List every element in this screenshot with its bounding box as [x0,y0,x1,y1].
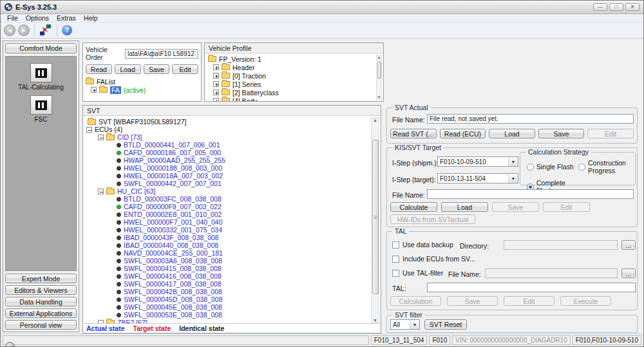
chevron-down-icon[interactable]: ▼ [508,174,518,183]
svt-actual-file-input[interactable] [427,114,634,124]
tree-row[interactable]: SWFL_00000416_008_038_008 [84,272,370,280]
sidebar-mode-button[interactable]: Expert Mode [5,274,77,283]
svt-actual-action-button[interactable]: Read SVT (... [390,129,437,138]
plus-expander-icon[interactable] [213,98,219,101]
plus-expander-icon[interactable] [213,73,219,79]
tree-row[interactable]: HU_CIC [63] [84,187,370,195]
menu-item[interactable]: Extras [53,14,80,23]
svt-actual-action-button[interactable]: Read (ECU) [440,129,486,138]
vehicle-order-action-button[interactable]: Edit [172,64,198,74]
kis-action-button[interactable]: Load [441,202,488,212]
checkbox-icon[interactable] [392,270,399,277]
radio-icon[interactable] [527,164,534,171]
tree-row[interactable]: SVT [WBAFP31050L589127] [84,118,370,126]
maximize-button[interactable]: □ [609,3,623,11]
menu-item[interactable]: Help [80,14,102,23]
svt-scrollbar[interactable]: ▲ ▼ [371,117,379,323]
tree-row[interactable]: BTLD_000003FC_008_038_008 [84,195,370,203]
vehicle-order-action-button[interactable]: Load [115,64,141,74]
scroll-down-icon[interactable]: ▼ [372,318,379,323]
profile-tree-row[interactable]: [0] Traction [207,71,375,80]
scroll-down-icon[interactable]: ▼ [377,95,381,99]
sidebar-mode-button[interactable]: External Applications [5,308,77,318]
radio-option[interactable]: Single Flash [527,159,578,174]
tal-calculating-tool[interactable]: TAL-Calculating [18,63,63,91]
back-icon[interactable]: ◀ [4,24,15,36]
tree-row[interactable]: ECUs (4) [84,126,370,133]
profile-tree-row[interactable]: [2] Batteryclass [207,88,375,97]
tree-row[interactable]: NAVD_000004CE_255_000_181 [84,249,370,257]
use-tal-filter-checkbox[interactable]: Use TAL-filter [392,269,443,277]
tree-row[interactable]: CID [73] [84,133,370,141]
minus-expander-icon[interactable] [86,127,92,133]
tal-filter-browse-button[interactable]: ... [621,268,636,278]
checkbox-icon[interactable] [392,241,399,249]
svt-filter-combo[interactable]: All ▼ [390,319,420,330]
kis-action-button[interactable]: Calculate [390,202,437,212]
directory-browse-button[interactable]: ... [621,240,636,250]
plus-expander-icon[interactable] [213,89,219,95]
vehicle-order-action-button[interactable]: Read [86,64,112,74]
radio-icon[interactable] [578,164,585,171]
tree-row[interactable]: HWAP_00000AAD_255_255_255 [84,156,370,164]
tree-row[interactable]: HWEL_0000018A_007_003_002 [84,172,370,180]
svt-reset-button[interactable]: SVT Reset [424,319,467,330]
sidebar-mode-button[interactable]: Editors & Viewers [5,285,77,295]
menu-item[interactable]: Options [22,14,53,23]
tree-row[interactable]: IBAD_00000440_008_038_008 [84,241,370,249]
vehicle-profile-scrollbar[interactable]: ▲ ▼ [376,55,382,100]
falist-row[interactable]: FAList [86,77,198,86]
chevron-down-icon[interactable]: ▼ [508,157,518,166]
profile-tree-row[interactable]: [1] Series [207,80,375,88]
svt-actual-action-button[interactable]: Load [489,129,535,138]
help-icon[interactable]: ? [62,25,72,35]
checkbox-icon[interactable] [392,256,399,263]
connect-icon[interactable]: ✕ [39,24,52,37]
kis-file-name-input[interactable] [427,189,634,199]
scroll-up-icon[interactable]: ▲ [377,55,381,59]
chip-icon[interactable] [30,63,52,82]
fa-row[interactable]: FA (active) [86,86,198,94]
svt-actual-action-button[interactable]: Save [538,129,585,138]
tree-row[interactable]: IBAD_0000043F_008_038_008 [84,234,370,241]
tree-row[interactable]: HWEL_000000F7_001_040_040 [84,218,370,226]
tree-row[interactable]: CAFD_00000186_007_005_000 [84,149,370,156]
tree-row[interactable]: ZBE2 [67] [84,319,370,323]
scrollbar-thumb[interactable] [377,62,381,79]
menu-item[interactable]: File [3,14,22,23]
scrollbar-thumb[interactable] [372,140,379,294]
tree-row[interactable]: SWFL_00000415_008_038_008 [84,265,370,272]
plus-expander-icon[interactable] [91,87,97,93]
chip-icon[interactable] [30,95,52,115]
tree-row[interactable]: SWFL_0000053E_008_038_008 [84,311,370,319]
tree-row[interactable]: SWFL_0000042B_008_038_008 [84,288,370,295]
sidebar-mode-button[interactable]: Data Handling [5,297,77,306]
istep-target-combo[interactable]: F010-13-11-504 ▼ [437,173,518,183]
profile-tree-row[interactable]: FP_Version: 1 [207,55,375,63]
include-ecus-checkbox[interactable]: Include ECUs from SV... [392,255,475,263]
tree-row[interactable]: SWFL_00000442_007_007_001 [84,180,370,187]
tree-row[interactable]: SWFL_000003A6_008_038_008 [84,257,370,265]
minus-expander-icon[interactable] [98,189,104,194]
tree-row[interactable]: SWFL_00000417_008_038_008 [84,280,370,288]
tree-row[interactable]: CAFD_000000F9_007_003_022 [84,203,370,211]
tree-row[interactable]: HWEL_00000332_001_075_034 [84,226,370,234]
sidebar-mode-button[interactable]: Personal view [5,320,77,330]
close-button[interactable]: ✕ [625,3,639,11]
fsc-tool[interactable]: FSC [30,95,52,123]
vehicle-order-path-input[interactable] [125,49,198,59]
tree-row[interactable]: SWFL_0000045D_008_038_008 [84,295,370,303]
minus-expander-icon[interactable] [98,135,104,140]
tree-row[interactable]: HWEL_00000188_008_003_000 [84,164,370,172]
tal-input[interactable] [427,283,636,292]
radio-option[interactable]: Construction Progress [578,159,632,174]
chevron-down-icon[interactable]: ▼ [410,320,419,329]
forward-icon[interactable]: ▶ [18,24,30,36]
tree-row[interactable]: SWFL_0000045E_008_038_008 [84,303,370,311]
tree-row[interactable]: ENTD_000002E8_001_010_002 [84,211,370,218]
use-data-backup-checkbox[interactable]: Use data backup [392,241,453,249]
profile-tree-row[interactable]: Header [207,63,375,71]
minimize-button[interactable]: — [593,3,607,11]
comfort-mode-button[interactable]: Comfort Mode [5,43,77,53]
istep-shipment-combo[interactable]: F010-10-09-510 ▼ [437,156,518,167]
